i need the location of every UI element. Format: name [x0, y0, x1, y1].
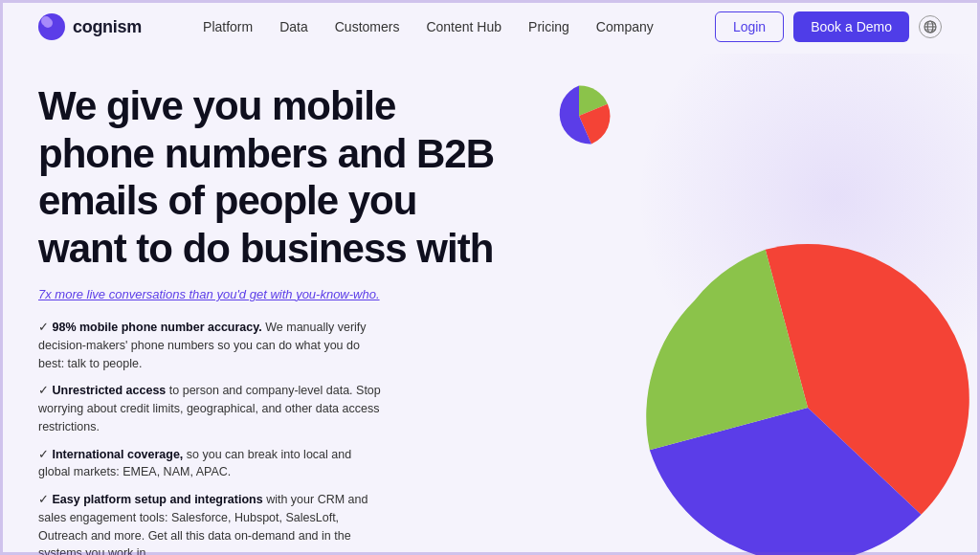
- feature-item-1: ✓ 98% mobile phone number accuracy. We m…: [38, 319, 383, 372]
- pie-chart-small: [546, 82, 612, 149]
- svg-point-0: [39, 14, 64, 39]
- hero-section: We give you mobile phone numbers and B2B…: [0, 54, 980, 551]
- nav-link-pricing[interactable]: Pricing: [528, 19, 569, 34]
- feature-2-bold: Unrestricted access: [52, 384, 166, 397]
- nav-actions: Login Book a Demo: [715, 11, 942, 42]
- feature-item-2: ✓ Unrestricted access to person and comp…: [38, 382, 383, 435]
- logo[interactable]: cognism: [38, 13, 142, 40]
- hero-title: We give you mobile phone numbers and B2B…: [38, 82, 498, 272]
- nav-link-content-hub[interactable]: Content Hub: [426, 19, 501, 34]
- hero-subtext-prefix: 7x more live conversations than you'd ge…: [38, 287, 296, 301]
- svg-point-1: [43, 18, 53, 28]
- hero-right: [498, 73, 942, 551]
- nav-link-customers[interactable]: Customers: [335, 19, 400, 34]
- globe-icon[interactable]: [919, 15, 942, 38]
- logo-icon: [38, 13, 65, 40]
- book-demo-nav-button[interactable]: Book a Demo: [793, 11, 909, 42]
- logo-text: cognism: [73, 17, 142, 37]
- hero-subtext-italic: you-know-who.: [296, 287, 379, 301]
- feature-1-bold: 98% mobile phone number accuracy.: [52, 321, 261, 334]
- feature-item-4: ✓ Easy platform setup and integrations w…: [38, 491, 383, 555]
- nav-links: Platform Data Customers Content Hub Pric…: [203, 19, 654, 34]
- hero-left: We give you mobile phone numbers and B2B…: [38, 73, 498, 551]
- feature-item-3: ✓ International coverage, so you can bre…: [38, 446, 383, 482]
- features-list: ✓ 98% mobile phone number accuracy. We m…: [38, 319, 498, 555]
- login-button[interactable]: Login: [715, 11, 784, 42]
- navigation: cognism Platform Data Customers Content …: [0, 0, 980, 54]
- nav-link-platform[interactable]: Platform: [203, 19, 253, 34]
- pie-chart-large: [626, 226, 970, 555]
- nav-link-company[interactable]: Company: [596, 19, 654, 34]
- page-wrapper: cognism Platform Data Customers Content …: [0, 0, 980, 555]
- feature-3-bold: International coverage,: [52, 448, 183, 461]
- hero-subtext: 7x more live conversations than you'd ge…: [38, 287, 498, 301]
- feature-4-bold: Easy platform setup and integrations: [52, 493, 262, 506]
- nav-link-data[interactable]: Data: [279, 19, 308, 34]
